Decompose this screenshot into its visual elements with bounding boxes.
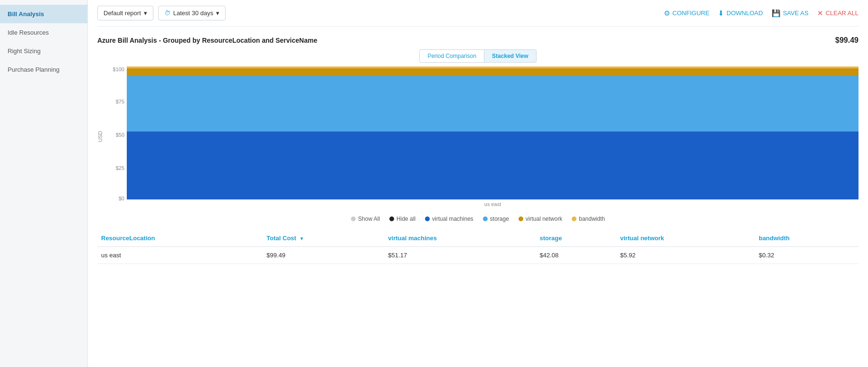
close-icon: ✕ [817, 9, 823, 18]
sidebar-item-bill-analysis[interactable]: Bill Analysis [0, 5, 87, 23]
stacked-view-toggle[interactable]: Stacked View [484, 49, 537, 63]
report-dropdown-label: Default report [104, 9, 141, 17]
toolbar-left: Default report ▾ ⏱ Latest 30 days ▾ [97, 6, 226, 20]
chevron-down-icon: ▾ [144, 9, 147, 17]
svg-rect-0 [127, 132, 859, 199]
y-axis-label: USD [97, 131, 103, 142]
legend: Show All Hide all virtual machines stora… [97, 216, 859, 222]
configure-button[interactable]: ⚙ CONFIGURE [664, 9, 709, 18]
clock-icon: ⏱ [164, 9, 170, 17]
report-dropdown[interactable]: Default report ▾ [97, 6, 153, 20]
toolbar: Default report ▾ ⏱ Latest 30 days ▾ ⚙ CO… [97, 0, 859, 27]
col-header-resource-location[interactable]: ResourceLocation [97, 230, 263, 247]
cell-total-cost: $99.49 [263, 247, 384, 264]
save-as-button[interactable]: 💾 SAVE AS [772, 9, 809, 18]
sort-icon-total-cost: ▼ [300, 236, 304, 241]
legend-hide-all[interactable]: Hide all [389, 216, 415, 222]
sidebar-item-purchase-planning[interactable]: Purchase Planning [0, 60, 87, 79]
legend-bandwidth[interactable]: bandwidth [572, 216, 605, 222]
svg-rect-1 [127, 76, 859, 132]
legend-virtual-machines[interactable]: virtual machines [425, 216, 473, 222]
chart-total: $99.49 [835, 36, 859, 45]
chart-area: $100 $75 $50 $25 $0 [105, 66, 859, 207]
cell-bandwidth: $0.32 [755, 247, 859, 264]
legend-storage[interactable]: storage [483, 216, 509, 222]
hide-all-dot [389, 216, 394, 221]
col-header-storage[interactable]: storage [536, 230, 616, 247]
download-icon: ⬇ [718, 9, 724, 18]
clear-all-button[interactable]: ✕ CLEAR ALL [817, 9, 859, 18]
stacked-bar [127, 66, 859, 199]
chevron-down-icon-period: ▾ [216, 9, 219, 17]
sidebar: Bill Analysis Idle Resources Right Sizin… [0, 0, 88, 367]
col-header-virtual-network[interactable]: virtual network [616, 230, 755, 247]
sidebar-item-idle-resources[interactable]: Idle Resources [0, 23, 87, 42]
bandwidth-dot [572, 216, 576, 221]
col-header-bandwidth[interactable]: bandwidth [755, 230, 859, 247]
cell-resource-location: us east [97, 247, 263, 264]
toolbar-right: ⚙ CONFIGURE ⬇ DOWNLOAD 💾 SAVE AS ✕ CLEAR… [664, 9, 859, 18]
chart-title-row: Azure Bill Analysis - Grouped by Resourc… [97, 36, 859, 45]
gear-icon: ⚙ [664, 9, 670, 18]
view-toggle: Period Comparison Stacked View [97, 49, 859, 63]
chart-canvas [127, 66, 859, 199]
chart-title: Azure Bill Analysis - Grouped by Resourc… [97, 37, 317, 44]
main-content: Default report ▾ ⏱ Latest 30 days ▾ ⚙ CO… [88, 0, 868, 367]
storage-dot [483, 216, 488, 221]
period-comparison-toggle[interactable]: Period Comparison [419, 49, 484, 63]
save-icon: 💾 [772, 9, 781, 18]
download-button[interactable]: ⬇ DOWNLOAD [718, 9, 763, 18]
show-all-dot [351, 216, 356, 221]
legend-virtual-network[interactable]: virtual network [519, 216, 562, 222]
svg-rect-2 [127, 68, 859, 76]
col-header-total-cost[interactable]: Total Cost ▼ [263, 230, 384, 247]
table-row: us east $99.49 $51.17 $42.08 $5.92 $0.32 [97, 247, 859, 264]
data-table: ResourceLocation Total Cost ▼ virtual ma… [97, 230, 859, 264]
col-header-virtual-machines[interactable]: virtual machines [384, 230, 536, 247]
period-dropdown-label: Latest 30 days [173, 9, 214, 17]
x-axis-label: us east [127, 201, 859, 207]
stacked-bar-svg [127, 66, 859, 199]
virtual-machines-dot [425, 216, 430, 221]
legend-show-all[interactable]: Show All [351, 216, 380, 222]
period-dropdown[interactable]: ⏱ Latest 30 days ▾ [158, 6, 226, 20]
cell-virtual-network: $5.92 [616, 247, 755, 264]
chart-wrapper: USD $100 $75 $50 $25 $0 [97, 66, 859, 207]
virtual-network-dot [519, 216, 523, 221]
cell-virtual-machines: $51.17 [384, 247, 536, 264]
cell-storage: $42.08 [536, 247, 616, 264]
sidebar-item-right-sizing[interactable]: Right Sizing [0, 42, 87, 60]
svg-rect-3 [127, 66, 859, 68]
